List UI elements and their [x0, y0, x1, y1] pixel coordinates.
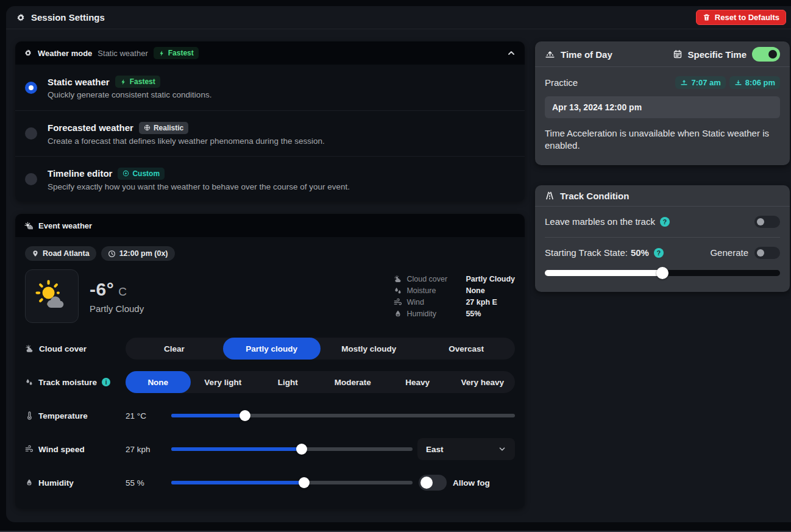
- sunset-time-chip: 8:06 pm: [729, 76, 780, 89]
- cloud-cover-option-overcast[interactable]: Overcast: [417, 338, 515, 360]
- option-title: Forecasted weather: [48, 122, 133, 133]
- droplets-icon: [25, 378, 34, 386]
- sunrise-icon: [680, 79, 688, 87]
- pin-icon: [32, 250, 39, 257]
- weather-mode-label: Weather mode: [38, 49, 92, 58]
- track-state-slider-knob[interactable]: [656, 267, 669, 279]
- track-moisture-segmented-control: None Very light Light Moderate Heavy Ver…: [126, 371, 515, 393]
- question-circle-icon[interactable]: [660, 217, 670, 227]
- partly-cloudy-icon: [34, 278, 69, 314]
- radio-static-weather[interactable]: [25, 82, 37, 94]
- track-condition-card: Track Condition Leave marbles on the tra…: [535, 185, 790, 292]
- specific-time-toggle[interactable]: [752, 47, 780, 62]
- chevron-down-icon: [498, 445, 506, 453]
- allow-fog-toggle[interactable]: [419, 475, 447, 491]
- sun-cloud-icon: [25, 344, 34, 353]
- temperature-slider-knob[interactable]: [239, 410, 250, 421]
- gears-icon: [16, 13, 26, 23]
- generate-label: Generate: [710, 247, 748, 258]
- session-time-chip-label: 12:00 pm (0x): [119, 249, 168, 258]
- moisture-option-heavy[interactable]: Heavy: [385, 371, 450, 393]
- time-of-day-card: Time of Day Specific Time Practice 7:0: [535, 41, 790, 165]
- weather-mode-value: Static weather: [98, 49, 147, 58]
- stat-label: Cloud cover: [394, 275, 466, 283]
- track-condition-title: Track Condition: [560, 191, 629, 201]
- road-icon: [545, 191, 555, 200]
- wind-direction-select[interactable]: East: [417, 438, 515, 460]
- bolt-icon: [158, 50, 165, 57]
- custom-badge: Custom: [118, 168, 165, 180]
- marbles-toggle[interactable]: [754, 216, 780, 228]
- globe-icon: [144, 124, 151, 131]
- weather-mode-option-timeline[interactable]: Timeline editor Custom Specify exactly h…: [15, 156, 525, 202]
- moisture-option-very-heavy[interactable]: Very heavy: [450, 371, 516, 393]
- generate-toggle[interactable]: [754, 247, 780, 259]
- cloud-cover-label: Cloud cover: [25, 344, 126, 353]
- info-circle-icon[interactable]: [102, 378, 110, 386]
- radio-forecasted-weather[interactable]: [25, 127, 37, 140]
- divider: [545, 237, 780, 238]
- session-name: Practice: [545, 77, 578, 88]
- location-chip-label: Road Atlanta: [43, 249, 90, 258]
- starting-track-state-value: 50%: [631, 247, 649, 258]
- event-weather-icon: [24, 221, 33, 230]
- time-of-day-header: Time of Day Specific Time: [535, 41, 790, 67]
- reset-to-defaults-button[interactable]: Reset to Defaults: [696, 10, 786, 25]
- collapse-button[interactable]: [506, 48, 516, 58]
- time-of-day-title: Time of Day: [561, 49, 612, 60]
- wind-direction-value: East: [426, 445, 444, 454]
- temperature-slider-value: 21 °C: [126, 411, 171, 420]
- humidity-drop-icon: [25, 478, 34, 487]
- location-chip: Road Atlanta: [25, 246, 96, 261]
- session-datetime-input[interactable]: Apr 13, 2024 12:00 pm: [545, 96, 780, 118]
- weather-mode-header: Weather mode Static weather Fastest: [15, 41, 525, 65]
- wind-icon: [394, 298, 402, 307]
- question-circle-icon[interactable]: [654, 248, 664, 258]
- starting-track-state-label: Starting Track State:: [545, 247, 628, 258]
- moisture-option-very-light[interactable]: Very light: [191, 371, 256, 393]
- condition-label: Partly Cloudy: [90, 303, 144, 314]
- stat-value: None: [466, 286, 515, 295]
- moisture-option-light[interactable]: Light: [255, 371, 321, 393]
- cloud-cover-option-clear[interactable]: Clear: [126, 338, 223, 360]
- droplets-icon: [394, 286, 402, 295]
- cloud-cover-option-mostly-cloudy[interactable]: Mostly cloudy: [321, 338, 418, 360]
- stat-value: 55%: [466, 310, 515, 318]
- sunrise-icon: [545, 49, 555, 60]
- stat-value: 27 kph E: [466, 298, 515, 307]
- temperature-label: Temperature: [25, 411, 126, 420]
- weather-mode-option-static[interactable]: Static weather Fastest Quickly generate …: [15, 65, 525, 110]
- event-weather-label: Event weather: [38, 221, 92, 230]
- cloud-cover-option-partly-cloudy[interactable]: Partly cloudy: [223, 338, 321, 360]
- gear-icon: [24, 49, 32, 57]
- option-title: Timeline editor: [48, 168, 112, 179]
- wind-speed-slider[interactable]: [171, 444, 413, 455]
- allow-fog-label: Allow fog: [453, 478, 490, 488]
- weather-stats: Cloud cover Partly Cloudy Moisture None …: [394, 275, 515, 318]
- cloud-cover-segmented-control: Clear Partly cloudy Mostly cloudy Overca…: [126, 338, 515, 360]
- humidity-slider[interactable]: [171, 477, 413, 488]
- stat-label: Humidity: [394, 310, 466, 318]
- fastest-badge: Fastest: [115, 76, 160, 88]
- option-description: Quickly generate consistent static condi…: [48, 90, 211, 99]
- event-weather-section: Event weather Road Atlanta 12:00 pm (0x): [15, 214, 525, 509]
- window-header: Session Settings Reset to Defaults: [6, 6, 791, 29]
- temperature-slider[interactable]: [171, 410, 515, 421]
- wind-speed-label: Wind speed: [25, 445, 126, 454]
- humidity-slider-knob[interactable]: [299, 477, 310, 488]
- radio-timeline-editor[interactable]: [25, 173, 37, 185]
- thermometer-icon: [25, 411, 34, 420]
- temperature-unit: C: [118, 285, 127, 299]
- moisture-option-none[interactable]: None: [126, 371, 191, 393]
- stat-value: Partly Cloudy: [466, 275, 515, 283]
- fastest-badge: Fastest: [154, 47, 199, 59]
- session-settings-window: Session Settings Reset to Defaults Weath…: [6, 6, 791, 522]
- time-acceleration-note: Time Acceleration is unavailable when St…: [545, 127, 780, 152]
- specific-time-label: Specific Time: [688, 49, 747, 60]
- moisture-option-moderate[interactable]: Moderate: [321, 371, 386, 393]
- temperature-value: -6°: [90, 279, 114, 300]
- wind-slider-knob[interactable]: [296, 444, 307, 455]
- track-state-slider[interactable]: [545, 267, 780, 279]
- weather-mode-option-forecasted[interactable]: Forecasted weather Realistic Create a fo…: [15, 110, 525, 156]
- wind-icon: [25, 445, 34, 453]
